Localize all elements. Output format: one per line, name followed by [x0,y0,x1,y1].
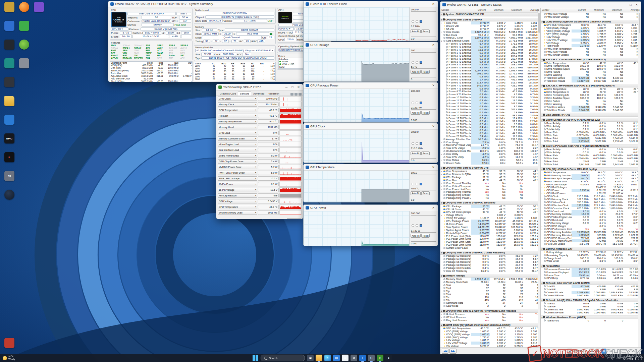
desktop-icon[interactable] [17,40,32,53]
sensor-row[interactable]: ›Core Usage2.5 %0.0 %74.3 %2.2 % [440,141,540,144]
graph-titlebar[interactable]: P-core 0 T0 Effective Clock✕ [304,1,438,7]
sensor-row[interactable]: PMIC Over VoltageNoNoNoNo [541,50,641,53]
sensor-row[interactable]: Total Power0.375 W0.125 W0.375 W0.268 W [541,45,641,48]
close-icon[interactable]: ✕ [634,3,639,6]
sensor-row[interactable]: E-core 12 T0 Effective Clock1.0 MHz0.1 M… [440,102,540,105]
sensor-row[interactable]: ›Core Ratios16.9 x8.0 x58.0 x19.3 x [440,159,540,162]
taskbar-icon-gpu-z[interactable]: G [377,355,383,361]
sensor-row[interactable]: 1.0V VOUT Voltage1.005 V0.990 V1.020 V1.… [541,39,641,42]
reset-button[interactable]: Reset [421,152,430,155]
sensor-group-header[interactable]: ∨Drive: Corsair MP700 PRO (A7GHB34000FZZ… [541,118,641,122]
sensor-row[interactable]: Write Activity0.1 %0.0 %0.1 %0.1 % [541,125,641,128]
sensor-row[interactable]: Remaining Capacity99.438 Wh99.438 Wh99.4… [541,254,641,257]
sensor-row[interactable]: PL2 Power Limit (Dynamic)162.0 W162.0 W1… [440,243,540,246]
sensor-row[interactable]: ›GPU Performance LimitersYesNoYesYes [541,228,641,231]
desktop-icon[interactable] [2,190,17,203]
sensor-row[interactable]: VDD (SWA) Voltage1.095 V1.095 V1.110 V1.… [440,330,540,333]
dropdown[interactable]: GPU #0 [278,27,294,31]
sensor-row[interactable]: Drive Temperature46 °C42 °C46 °C45 °C [541,62,641,65]
sensor-row[interactable]: P-core 3 T1 Effective Clock0.3 MHz0.1 MH… [440,63,540,66]
gpuz-titlebar[interactable]: TechPowerUp GPU-Z 2.57.0 ─ □ ✕ [216,84,303,90]
sensor-row[interactable]: P-core 4 T1 Effective Clock1,007.8 MHz0.… [440,69,540,72]
sensor-group-header[interactable]: ∨Network: Intel Wi-Fi 6E AX211 160MHz [541,281,641,285]
taskbar-icon-hwinfo[interactable]: i [359,355,366,361]
sensor-row[interactable]: GPU Core Load1.0 %0.0 %4.0 %1.5 % [541,210,641,213]
sensor-row[interactable]: GPU Clock210.0 MHz210.0 MHz2,040.0 MHz22… [541,195,641,198]
sensor-row[interactable]: SA VID0.798 V0.786 V0.801 V0.798 V [440,27,540,31]
sensor-row[interactable]: Read Rate0.000 MB/s0.000 MB/s0.000 MB/s0… [541,154,641,157]
wifi-icon[interactable] [610,357,614,360]
sensor-row[interactable]: CPU Package51 °C48 °C61 °C50 °C [440,176,540,179]
notification-bell-icon[interactable] [635,356,639,360]
sensor-row[interactable]: Total UP0 MB0 MB0 MB0 MB [541,305,641,308]
sensor-row[interactable]: Battery Voltage17.217 V17.216 V17.222 V1… [541,251,641,254]
sensor-row[interactable]: GPU Crossbar Clock825.0 MHz825.0 MHz1,89… [541,207,641,210]
sensor-row[interactable]: Drive WarningNoNoNo [541,103,641,106]
sensor-row[interactable]: 1.8V Voltage1.800 V1.785 V1.800 V1.800 V [541,36,641,39]
desktop-icon[interactable] [2,338,17,351]
sensor-group-header[interactable]: ∨Battery: Notebook BAT [541,247,641,251]
sensor-group-header[interactable]: ›System: EUROCOM RAPTOR X17 [440,12,540,16]
graph-scale-controls[interactable] [412,224,422,227]
sensor-row[interactable]: Read Rate0.000 MB/s0.000 MB/s0.060 MB/s0… [541,131,641,134]
gpuz-sensor-select[interactable]: System Memory Used [218,210,257,215]
sensor-row[interactable]: Uncore Ratio12.0 x8.0 x50.0 x19.6 x [440,162,540,165]
sensor-row[interactable]: PMIC Under VoltageNoNoNoNo [541,15,641,18]
sensor-row[interactable]: Trp37223737 [440,290,540,293]
sensor-row[interactable]: E-core 18 T0 Effective Clock0.6 MHz0.1 M… [440,120,540,123]
close-icon[interactable]: ✕ [431,125,436,128]
sensor-row[interactable]: Current UP rate0.000 KB/s0.000 KB/s0.000… [541,311,641,314]
tray-clock[interactable]: 4:26 PM 3/1/2024 [623,355,633,361]
sensor-group-header[interactable]: ∨S.M.A.R.T.: HP Portable SSD P700 1TB (H… [541,84,641,88]
sensor-row[interactable]: Package/Ring Critical TemperatureNoNoNo [440,193,540,196]
sensor-row[interactable]: Rest-of-Chip Power0.284 W0.262 W0.491 W0… [440,232,540,235]
sensor-group-header[interactable]: ∨PresentMon [541,264,641,268]
sensor-row[interactable]: Read Activity0.1 %0.0 %0.1 %0.1 % [541,122,641,125]
sensor-row[interactable]: E-core 16 T0 Effective Clock0.8 MHz0.1 M… [440,114,540,117]
sensor-row[interactable]: P-core 1 T1 Effective Clock0.2 MHz0.1 MH… [440,51,540,54]
gpuz-sensor-select[interactable]: Memory Used [218,125,257,129]
reset-button[interactable]: Reset [421,70,430,74]
prev-page-button[interactable]: ◀◀ [442,349,448,354]
start-button[interactable] [252,355,259,361]
sensor-row[interactable]: PMIC Over VoltageNoNoNoNo [541,12,641,15]
desktop-icon[interactable] [2,21,17,34]
sensor-group-header[interactable]: ∨Drive: HP Portable SSD P700 1TB (HBSD49… [541,144,641,148]
tab-validation[interactable]: Validation [266,92,281,96]
sensor-row[interactable]: Write Activity0.0 %0.0 %0.0 %0.0 % [541,151,641,154]
sensor-group-header[interactable]: ∨S.M.A.R.T.: Corsair MP700 PRO (A7GHB340… [541,58,641,62]
reset-button[interactable]: Reset [421,29,430,33]
auto-fit-button[interactable]: Auto Fit [411,70,421,74]
sensor-row[interactable]: ›GPU D3D Usages0.0 %7.3 % [541,225,641,228]
sensor-row[interactable]: Drive Temperature28 °C28 °C28 °C28 °C [541,87,641,90]
sensor-row[interactable]: System Agent Power5.637 W5.556 W8.700 W5… [440,229,540,232]
gpuz-sensor-select[interactable]: PWR_SRC Voltage [218,176,257,181]
sensor-row[interactable]: Total Host Writes5,739 GB5,739 GB5,739 G… [541,76,641,79]
minimize-icon[interactable]: ─ [622,3,627,6]
settings-gear-icon[interactable]: ✱ [595,349,600,354]
sensor-row[interactable]: Framerate Presented15.2 FPS15.0 FPS181.8… [541,268,641,271]
auto-fit-button[interactable]: Auto Fit [411,191,421,195]
sensor-row[interactable]: E-core 14 T0 Effective Clock0.5 MHz0.1 M… [440,108,540,111]
sensor-row[interactable]: GPU Memory Controller Load17.0 %1.0 %23.… [541,213,641,216]
taskbar-icon-store[interactable]: ▤ [333,355,340,361]
sensor-group-header[interactable]: ∨Windows Hardware Errors (WHEA) [541,315,641,319]
sensor-row[interactable]: Current DL rate0.000 KB/s0.000 KB/s0.000… [541,308,641,311]
taskbar-icon-task-view[interactable]: ▣ [307,355,314,361]
sensor-row[interactable]: Drive WarningNoNoNo [541,73,641,76]
sensor-row[interactable]: Total System Power64.361 W63.848 W107.56… [440,226,540,229]
sensor-row[interactable]: Read Activity0.0 %0.0 %0.0 %0.0 % [541,148,641,151]
desktop-icon[interactable] [32,2,46,15]
sensor-row[interactable]: GPU Memory Available15,353 MB15,353 MB15… [541,231,641,234]
sensor-row[interactable]: SPD Hub Temperature43.5 °C43.0 °C43.5 °C… [440,327,540,330]
reset-button[interactable]: Reset [287,218,301,219]
desktop-icon[interactable] [2,2,17,15]
sensor-row[interactable]: Total CPU Usage2.5 %1.8 %5.5 %2.2 % [440,146,540,149]
tab-graphics-card[interactable]: Graphics Card [218,92,238,96]
sensor-row[interactable]: GPU Bus Load0.0 %0.0 %0.0 %0.0 % [541,219,641,222]
sensor-row[interactable]: Write Rate0.027 MB/s0.000 MB/s0.563 MB/s… [541,134,641,137]
volume-muted-icon[interactable]: ◁✕ [616,357,621,360]
desktop-icon[interactable]: EPIC [2,133,17,147]
sensor-row[interactable]: E-core 20 T0 Effective Clock0.4 MHz0.1 M… [440,126,540,129]
sensor-row[interactable]: E-core 15 T0 Effective Clock0.2 MHz0.1 M… [440,111,540,114]
